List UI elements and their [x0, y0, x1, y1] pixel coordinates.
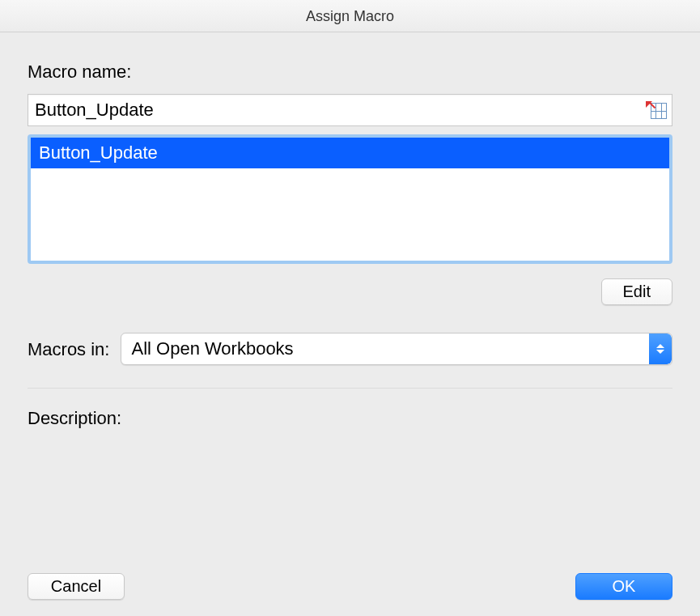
description-label: Description:	[28, 408, 672, 429]
macro-name-label: Macro name:	[28, 62, 672, 83]
section-divider	[28, 388, 672, 389]
macros-in-dropdown[interactable]: All Open Workbooks	[121, 333, 672, 365]
macro-name-field-container	[28, 94, 672, 126]
macro-name-input[interactable]	[35, 95, 646, 125]
macro-listbox[interactable]: Button_Update	[31, 138, 669, 261]
list-item[interactable]: Button_Update	[31, 138, 669, 168]
window-title: Assign Macro	[0, 0, 700, 32]
dialog-body: Macro name: Button_Update Edit Macros in…	[0, 32, 700, 616]
macro-listbox-container: Button_Update	[28, 134, 672, 264]
macros-in-label: Macros in:	[28, 338, 109, 360]
ok-button[interactable]: OK	[575, 573, 672, 600]
chevron-down-icon	[656, 350, 664, 354]
reference-picker-icon[interactable]	[646, 101, 667, 119]
chevron-up-icon	[656, 344, 664, 348]
dropdown-handle-icon	[649, 333, 672, 364]
cancel-button[interactable]: Cancel	[28, 573, 125, 600]
edit-button[interactable]: Edit	[601, 278, 672, 305]
dialog-footer: Cancel OK	[28, 573, 672, 600]
macros-in-value: All Open Workbooks	[131, 338, 293, 359]
